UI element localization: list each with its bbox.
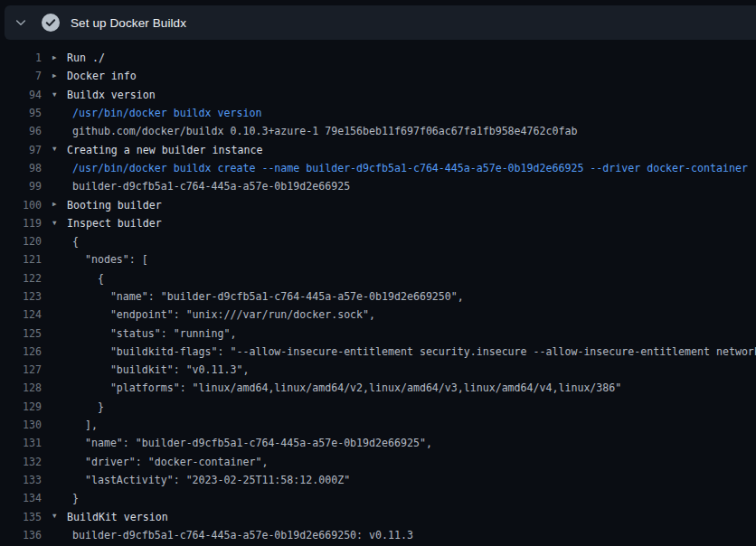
log-line-text: } [65, 492, 756, 504]
line-number[interactable]: 95 [0, 107, 42, 119]
line-number[interactable]: 97 [0, 144, 42, 156]
line-number[interactable]: 119 [0, 217, 42, 230]
check-circle-icon [42, 14, 60, 32]
line-number[interactable]: 129 [0, 400, 42, 413]
log-line: 133 "lastActivity": "2023-02-25T11:58:12… [0, 471, 756, 489]
log-line-text: BuildKit version [65, 511, 756, 523]
log-line-text: "buildkit": "v0.11.3", [65, 363, 756, 376]
log-line-text: /usr/bin/docker buildx create --name bui… [65, 162, 756, 174]
log-line-text: "status": "running", [65, 327, 756, 340]
line-number[interactable]: 127 [0, 363, 42, 376]
log-line-text: "platforms": "linux/amd64,linux/amd64/v2… [65, 381, 756, 394]
log-line: 121 "nodes": [ [0, 250, 756, 268]
line-number[interactable]: 99 [0, 180, 42, 193]
log-line-text: { [65, 272, 756, 285]
line-number[interactable]: 100 [0, 199, 42, 212]
chevron-down-icon[interactable] [14, 15, 28, 30]
line-number[interactable]: 94 [0, 89, 42, 101]
line-number[interactable]: 131 [0, 437, 42, 449]
log-line: 123 "name": "builder-d9cfb5a1-c764-445a-… [0, 287, 756, 306]
caret-collapsed-icon[interactable]: ▶ [42, 49, 65, 67]
log-group-line[interactable]: 135 ▼ BuildKit version [0, 507, 756, 525]
log-line: 132 "driver": "docker-container", [0, 453, 756, 471]
log-line: 96 github.com/docker/buildx 0.10.3+azure… [0, 122, 756, 140]
log-line: 134 } [0, 489, 756, 507]
line-number[interactable]: 126 [0, 345, 42, 358]
log-line-text: builder-d9cfb5a1-c764-445a-a57e-0b19d2e6… [65, 180, 756, 193]
log-group-line[interactable]: 1 ▶ Run ./ [0, 49, 756, 67]
log-group-line[interactable]: 7 ▶ Docker info [0, 67, 756, 85]
log-line-text: } [65, 400, 756, 413]
log-line-text: "nodes": [ [65, 253, 756, 266]
line-number[interactable]: 121 [0, 253, 42, 266]
line-number[interactable]: 133 [0, 474, 42, 486]
log-line-text: Booting builder [65, 199, 756, 212]
caret-expanded-icon[interactable]: ▼ [42, 507, 65, 525]
log-line-text: Inspect builder [65, 217, 756, 230]
log-line-text: { [65, 235, 756, 248]
log-line-text: "lastActivity": "2023-02-25T11:58:12.000… [65, 474, 756, 486]
line-number[interactable]: 135 [0, 511, 42, 523]
log-line: 128 "platforms": "linux/amd64,linux/amd6… [0, 379, 756, 397]
log-line-text: ], [65, 419, 756, 431]
log-line-text: "driver": "docker-container", [65, 456, 756, 468]
line-number[interactable]: 120 [0, 235, 42, 248]
log-line-text: github.com/docker/buildx 0.10.3+azure-1 … [65, 125, 756, 137]
log-line-text: "name": "builder-d9cfb5a1-c764-445a-a57e… [65, 437, 756, 449]
log-line: 120 { [0, 232, 756, 250]
log-line-text: Creating a new builder instance [65, 144, 756, 156]
line-number[interactable]: 132 [0, 456, 42, 468]
log-line: 131 "name": "builder-d9cfb5a1-c764-445a-… [0, 434, 756, 452]
line-number[interactable]: 1 [0, 52, 42, 64]
line-number[interactable]: 125 [0, 327, 42, 340]
line-number[interactable]: 122 [0, 272, 42, 285]
line-number[interactable]: 7 [0, 70, 42, 82]
log-line-text: Buildx version [65, 89, 756, 101]
step-header[interactable]: Set up Docker Buildx [5, 5, 756, 40]
line-number[interactable]: 136 [0, 529, 42, 541]
log-line-text: builder-d9cfb5a1-c764-445a-a57e-0b19d2e6… [65, 529, 756, 541]
log-line: 99 builder-d9cfb5a1-c764-445a-a57e-0b19d… [0, 177, 756, 195]
log-line-text: Docker info [65, 70, 756, 82]
caret-expanded-icon[interactable]: ▼ [42, 86, 65, 104]
line-number[interactable]: 130 [0, 419, 42, 431]
log-line: 129 } [0, 398, 756, 416]
log-line-text: "buildkitd-flags": "--allow-insecure-ent… [65, 345, 756, 358]
log-group-line[interactable]: 100 ▶ Booting builder [0, 195, 756, 213]
log-line: 136 builder-d9cfb5a1-c764-445a-a57e-0b19… [0, 526, 756, 544]
log-line: 126 "buildkitd-flags": "--allow-insecure… [0, 343, 756, 361]
log-line: 125 "status": "running", [0, 324, 756, 342]
log-line-text: "name": "builder-d9cfb5a1-c764-445a-a57e… [65, 290, 756, 303]
caret-expanded-icon[interactable]: ▼ [42, 140, 65, 158]
log-line-text: "endpoint": "unix:///var/run/docker.sock… [65, 308, 756, 321]
line-number[interactable]: 124 [0, 308, 42, 321]
log-line: 124 "endpoint": "unix:///var/run/docker.… [0, 306, 756, 324]
log-line-text: /usr/bin/docker buildx version [65, 107, 756, 119]
log-group-line[interactable]: 97 ▼ Creating a new builder instance [0, 140, 756, 158]
log-line: 130 ], [0, 416, 756, 434]
log-line: 127 "buildkit": "v0.11.3", [0, 361, 756, 379]
log-group-line[interactable]: 94 ▼ Buildx version [0, 86, 756, 104]
log-line: 122 { [0, 269, 756, 287]
line-number[interactable]: 123 [0, 290, 42, 303]
caret-collapsed-icon[interactable]: ▶ [42, 195, 65, 213]
log-viewer: 1 ▶ Run ./ 7 ▶ Docker info 94 ▼ Buildx v… [0, 40, 756, 546]
line-number[interactable]: 134 [0, 492, 42, 504]
step-title: Set up Docker Buildx [71, 16, 186, 30]
caret-collapsed-icon[interactable]: ▶ [42, 67, 65, 85]
log-line-text: Run ./ [65, 52, 756, 64]
line-number[interactable]: 128 [0, 381, 42, 394]
log-line: 95 /usr/bin/docker buildx version [0, 104, 756, 122]
log-line: 98 /usr/bin/docker buildx create --name … [0, 159, 756, 177]
line-number[interactable]: 98 [0, 162, 42, 174]
log-group-line[interactable]: 119 ▼ Inspect builder [0, 214, 756, 232]
line-number[interactable]: 96 [0, 125, 42, 137]
caret-expanded-icon[interactable]: ▼ [42, 214, 65, 232]
